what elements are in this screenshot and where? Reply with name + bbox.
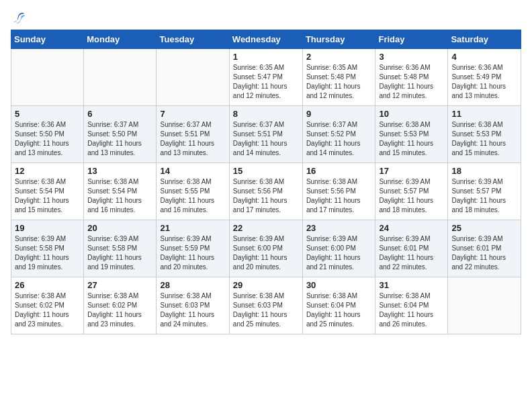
day-number: 31 (379, 280, 444, 290)
day-number: 26 (15, 280, 80, 290)
logo (11, 11, 27, 23)
day-number: 4 (451, 52, 517, 62)
day-cell-31: 31Sunrise: 6:38 AM Sunset: 6:04 PM Dayli… (375, 277, 448, 334)
week-row-4: 19Sunrise: 6:39 AM Sunset: 5:58 PM Dayli… (11, 220, 521, 277)
day-info: Sunrise: 6:37 AM Sunset: 5:51 PM Dayligh… (233, 120, 299, 158)
day-info: Sunrise: 6:39 AM Sunset: 6:01 PM Dayligh… (379, 234, 444, 272)
day-info: Sunrise: 6:36 AM Sunset: 5:49 PM Dayligh… (451, 63, 517, 101)
day-info: Sunrise: 6:38 AM Sunset: 6:02 PM Dayligh… (87, 291, 152, 329)
empty-cell (157, 49, 229, 106)
page-header (11, 11, 521, 23)
empty-cell (448, 277, 521, 334)
day-info: Sunrise: 6:38 AM Sunset: 5:56 PM Dayligh… (233, 177, 299, 215)
day-number: 24 (379, 223, 444, 233)
day-number: 30 (306, 280, 372, 290)
empty-cell (84, 49, 157, 106)
day-number: 9 (306, 109, 372, 119)
logo-bird-icon (12, 11, 27, 26)
day-info: Sunrise: 6:35 AM Sunset: 5:47 PM Dayligh… (233, 63, 299, 101)
day-cell-29: 29Sunrise: 6:38 AM Sunset: 6:03 PM Dayli… (229, 277, 302, 334)
day-info: Sunrise: 6:38 AM Sunset: 6:04 PM Dayligh… (379, 291, 444, 329)
day-cell-30: 30Sunrise: 6:38 AM Sunset: 6:04 PM Dayli… (302, 277, 375, 334)
day-number: 3 (379, 52, 444, 62)
day-cell-27: 27Sunrise: 6:38 AM Sunset: 6:02 PM Dayli… (84, 277, 157, 334)
day-cell-16: 16Sunrise: 6:38 AM Sunset: 5:56 PM Dayli… (302, 163, 375, 220)
day-info: Sunrise: 6:39 AM Sunset: 5:57 PM Dayligh… (379, 177, 444, 215)
empty-cell (11, 49, 84, 106)
day-number: 13 (87, 166, 152, 176)
day-info: Sunrise: 6:35 AM Sunset: 5:48 PM Dayligh… (306, 63, 372, 101)
day-info: Sunrise: 6:38 AM Sunset: 5:53 PM Dayligh… (379, 120, 444, 158)
day-cell-5: 5Sunrise: 6:36 AM Sunset: 5:50 PM Daylig… (11, 106, 84, 163)
day-number: 29 (233, 280, 299, 290)
weekday-header-friday: Friday (375, 30, 448, 49)
day-info: Sunrise: 6:39 AM Sunset: 6:00 PM Dayligh… (306, 234, 372, 272)
day-cell-8: 8Sunrise: 6:37 AM Sunset: 5:51 PM Daylig… (229, 106, 302, 163)
day-cell-12: 12Sunrise: 6:38 AM Sunset: 5:54 PM Dayli… (11, 163, 84, 220)
day-cell-14: 14Sunrise: 6:38 AM Sunset: 5:55 PM Dayli… (157, 163, 229, 220)
day-info: Sunrise: 6:37 AM Sunset: 5:52 PM Dayligh… (306, 120, 372, 158)
day-cell-22: 22Sunrise: 6:39 AM Sunset: 6:00 PM Dayli… (229, 220, 302, 277)
day-cell-1: 1Sunrise: 6:35 AM Sunset: 5:47 PM Daylig… (229, 49, 302, 106)
day-cell-25: 25Sunrise: 6:39 AM Sunset: 6:01 PM Dayli… (448, 220, 521, 277)
day-number: 8 (233, 109, 299, 119)
day-cell-10: 10Sunrise: 6:38 AM Sunset: 5:53 PM Dayli… (375, 106, 448, 163)
day-cell-3: 3Sunrise: 6:36 AM Sunset: 5:48 PM Daylig… (375, 49, 448, 106)
day-cell-7: 7Sunrise: 6:37 AM Sunset: 5:51 PM Daylig… (157, 106, 229, 163)
week-row-5: 26Sunrise: 6:38 AM Sunset: 6:02 PM Dayli… (11, 277, 521, 334)
day-info: Sunrise: 6:38 AM Sunset: 6:03 PM Dayligh… (233, 291, 299, 329)
day-info: Sunrise: 6:39 AM Sunset: 5:58 PM Dayligh… (87, 234, 152, 272)
day-info: Sunrise: 6:38 AM Sunset: 5:54 PM Dayligh… (87, 177, 152, 215)
day-number: 7 (160, 109, 225, 119)
day-cell-19: 19Sunrise: 6:39 AM Sunset: 5:58 PM Dayli… (11, 220, 84, 277)
day-number: 19 (15, 223, 80, 233)
day-number: 21 (160, 223, 225, 233)
day-number: 27 (87, 280, 152, 290)
day-info: Sunrise: 6:39 AM Sunset: 6:00 PM Dayligh… (233, 234, 299, 272)
weekday-header-row: SundayMondayTuesdayWednesdayThursdayFrid… (11, 30, 521, 49)
day-info: Sunrise: 6:38 AM Sunset: 5:53 PM Dayligh… (451, 120, 517, 158)
day-info: Sunrise: 6:38 AM Sunset: 5:54 PM Dayligh… (15, 177, 80, 215)
day-number: 15 (233, 166, 299, 176)
day-info: Sunrise: 6:38 AM Sunset: 6:02 PM Dayligh… (15, 291, 80, 329)
day-info: Sunrise: 6:36 AM Sunset: 5:48 PM Dayligh… (379, 63, 444, 101)
day-info: Sunrise: 6:39 AM Sunset: 5:57 PM Dayligh… (451, 177, 517, 215)
day-cell-17: 17Sunrise: 6:39 AM Sunset: 5:57 PM Dayli… (375, 163, 448, 220)
day-info: Sunrise: 6:37 AM Sunset: 5:51 PM Dayligh… (160, 120, 225, 158)
week-row-2: 5Sunrise: 6:36 AM Sunset: 5:50 PM Daylig… (11, 106, 521, 163)
day-info: Sunrise: 6:38 AM Sunset: 5:55 PM Dayligh… (160, 177, 225, 215)
day-cell-20: 20Sunrise: 6:39 AM Sunset: 5:58 PM Dayli… (84, 220, 157, 277)
day-number: 1 (233, 52, 299, 62)
day-info: Sunrise: 6:38 AM Sunset: 5:56 PM Dayligh… (306, 177, 372, 215)
day-info: Sunrise: 6:37 AM Sunset: 5:50 PM Dayligh… (87, 120, 152, 158)
day-cell-11: 11Sunrise: 6:38 AM Sunset: 5:53 PM Dayli… (448, 106, 521, 163)
day-number: 17 (379, 166, 444, 176)
day-number: 18 (451, 166, 517, 176)
day-cell-18: 18Sunrise: 6:39 AM Sunset: 5:57 PM Dayli… (448, 163, 521, 220)
calendar-table: SundayMondayTuesdayWednesdayThursdayFrid… (11, 30, 521, 334)
day-cell-2: 2Sunrise: 6:35 AM Sunset: 5:48 PM Daylig… (302, 49, 375, 106)
day-cell-9: 9Sunrise: 6:37 AM Sunset: 5:52 PM Daylig… (302, 106, 375, 163)
weekday-header-saturday: Saturday (448, 30, 521, 49)
day-info: Sunrise: 6:38 AM Sunset: 6:04 PM Dayligh… (306, 291, 372, 329)
day-number: 10 (379, 109, 444, 119)
week-row-3: 12Sunrise: 6:38 AM Sunset: 5:54 PM Dayli… (11, 163, 521, 220)
day-number: 23 (306, 223, 372, 233)
day-info: Sunrise: 6:36 AM Sunset: 5:50 PM Dayligh… (15, 120, 80, 158)
day-cell-4: 4Sunrise: 6:36 AM Sunset: 5:49 PM Daylig… (448, 49, 521, 106)
weekday-header-thursday: Thursday (302, 30, 375, 49)
day-cell-21: 21Sunrise: 6:39 AM Sunset: 5:59 PM Dayli… (157, 220, 229, 277)
weekday-header-wednesday: Wednesday (229, 30, 302, 49)
day-number: 25 (451, 223, 517, 233)
day-number: 6 (87, 109, 152, 119)
day-number: 11 (451, 109, 517, 119)
day-number: 20 (87, 223, 152, 233)
day-cell-26: 26Sunrise: 6:38 AM Sunset: 6:02 PM Dayli… (11, 277, 84, 334)
day-number: 12 (15, 166, 80, 176)
day-info: Sunrise: 6:38 AM Sunset: 6:03 PM Dayligh… (160, 291, 225, 329)
weekday-header-tuesday: Tuesday (157, 30, 229, 49)
day-cell-6: 6Sunrise: 6:37 AM Sunset: 5:50 PM Daylig… (84, 106, 157, 163)
weekday-header-sunday: Sunday (11, 30, 84, 49)
day-info: Sunrise: 6:39 AM Sunset: 6:01 PM Dayligh… (451, 234, 517, 272)
day-number: 5 (15, 109, 80, 119)
